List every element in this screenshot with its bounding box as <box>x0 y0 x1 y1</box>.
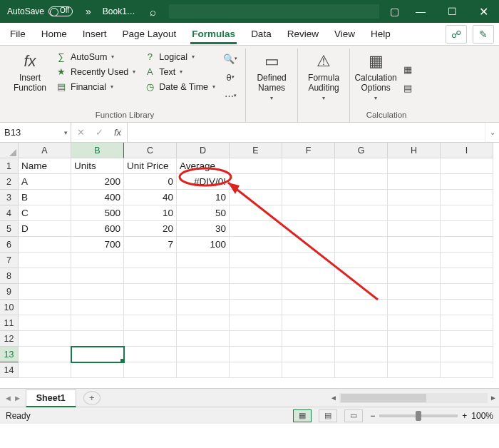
toggle-switch[interactable]: Off <box>48 6 73 16</box>
menu-tab-formulas[interactable]: Formulas <box>185 24 242 44</box>
menu-tab-insert[interactable]: Insert <box>76 24 114 44</box>
sheet-tab-active[interactable]: Sheet1 <box>26 390 76 407</box>
math-trig-button[interactable]: θ▾ <box>221 68 240 86</box>
search-icon[interactable]: ⌕ <box>141 6 165 18</box>
name-box[interactable]: B13 ▾ <box>0 123 71 142</box>
svg-marker-2 <box>228 183 240 194</box>
text-icon: A <box>144 66 155 77</box>
formula-bar: B13 ▾ ✕ ✓ fx ⌄ <box>0 123 499 143</box>
clock-icon: ◷ <box>144 81 155 92</box>
maximize-button[interactable]: ☐ <box>436 0 468 23</box>
svg-line-1 <box>228 183 378 300</box>
group-label-calculation: Calculation <box>354 109 418 122</box>
title-bar: AutoSave Off » Book1… ⌕ ▢ — ☐ ✕ <box>0 0 499 23</box>
logical-button[interactable]: ?Logical▾ <box>141 50 218 63</box>
sigma-icon: ∑ <box>56 51 67 62</box>
star-icon: ★ <box>56 66 67 77</box>
page-layout-view-button[interactable]: ▤ <box>319 409 337 422</box>
fx-button[interactable]: fx <box>108 127 127 138</box>
menu-tab-file[interactable]: File <box>3 24 33 44</box>
minimize-button[interactable]: — <box>405 0 436 23</box>
menu-tabs: FileHomeInsertPage LayoutFormulasDataRev… <box>0 23 499 46</box>
spreadsheet-grid[interactable]: ABCDEFGHI1NameUnitsUnit PriceAverage2A20… <box>0 143 499 388</box>
zoom-out-button[interactable]: − <box>370 411 375 421</box>
zoom-level: 100% <box>471 411 493 421</box>
autosave-toggle[interactable]: AutoSave Off <box>0 6 80 16</box>
comments-button[interactable]: ✎ <box>473 25 494 44</box>
auditing-icon: ⚠ <box>317 51 331 71</box>
money-icon: ▤ <box>56 81 67 92</box>
cancel-edit-button[interactable]: ✕ <box>71 127 90 138</box>
zoom-in-button[interactable]: + <box>462 411 467 421</box>
svg-point-0 <box>180 168 231 185</box>
menu-tab-data[interactable]: Data <box>244 24 279 44</box>
status-text: Ready <box>6 411 31 421</box>
menu-tab-page-layout[interactable]: Page Layout <box>115 24 184 44</box>
enter-edit-button[interactable]: ✓ <box>90 127 108 138</box>
lookup-ref-button[interactable]: 🔍▾ <box>221 50 240 67</box>
menu-tab-help[interactable]: Help <box>364 24 398 44</box>
insert-function-button[interactable]: fx Insert Function <box>9 49 51 109</box>
fx-icon: fx <box>24 51 36 71</box>
menu-tab-view[interactable]: View <box>327 24 362 44</box>
more-functions-button[interactable]: ⋯▾ <box>221 87 240 104</box>
expand-formula-bar[interactable]: ⌄ <box>485 123 499 142</box>
ribbon-display-icon[interactable]: ▢ <box>384 0 405 23</box>
calc-now-button[interactable]: ▦ <box>398 61 417 78</box>
sheet-tab-bar: ◄► Sheet1 + ◄► <box>0 388 499 407</box>
horizontal-scrollbar[interactable]: ◄► <box>328 392 499 404</box>
autosave-label: AutoSave <box>7 6 44 16</box>
title-blank <box>169 4 379 19</box>
formula-input[interactable] <box>128 123 485 142</box>
date-time-button[interactable]: ◷Date & Time▾ <box>141 80 218 93</box>
menu-tab-home[interactable]: Home <box>34 24 74 44</box>
annotation-overlay <box>0 143 499 388</box>
group-label-function-library: Function Library <box>9 109 241 122</box>
chevron-down-icon[interactable]: ▾ <box>64 129 68 136</box>
normal-view-button[interactable]: ▦ <box>293 409 312 422</box>
calc-sheet-button[interactable]: ▤ <box>398 80 417 97</box>
calculator-icon: ▦ <box>369 51 384 71</box>
qat-overflow-icon[interactable]: » <box>80 6 97 17</box>
status-bar: Ready ▦ ▤ ▭ − + 100% <box>0 407 499 424</box>
text-button[interactable]: AText▾ <box>141 65 218 78</box>
page-break-view-button[interactable]: ▭ <box>344 409 363 422</box>
share-button[interactable]: ☍ <box>446 25 467 44</box>
ribbon: fx Insert Function ∑AutoSum▾ ★Recently U… <box>0 46 499 123</box>
defined-names-button[interactable]: ▭ Defined Names▾ <box>250 49 293 109</box>
calculation-options-button[interactable]: ▦ Calculation Options▾ <box>354 49 397 109</box>
add-sheet-button[interactable]: + <box>83 391 101 405</box>
logical-icon: ? <box>144 51 155 62</box>
sheet-nav[interactable]: ◄► <box>0 394 26 402</box>
document-title: Book1… <box>97 6 141 16</box>
zoom-control[interactable]: − + 100% <box>370 411 493 421</box>
name-manager-icon: ▭ <box>264 51 279 71</box>
financial-button[interactable]: ▤Financial▾ <box>53 80 138 93</box>
insert-function-label: Insert Function <box>9 73 51 93</box>
zoom-slider[interactable] <box>379 414 458 417</box>
close-button[interactable]: ✕ <box>468 0 499 23</box>
formula-auditing-button[interactable]: ⚠ Formula Auditing▾ <box>302 49 345 109</box>
recently-used-button[interactable]: ★Recently Used▾ <box>53 65 138 78</box>
menu-tab-review[interactable]: Review <box>280 24 326 44</box>
autosum-button[interactable]: ∑AutoSum▾ <box>53 50 138 63</box>
